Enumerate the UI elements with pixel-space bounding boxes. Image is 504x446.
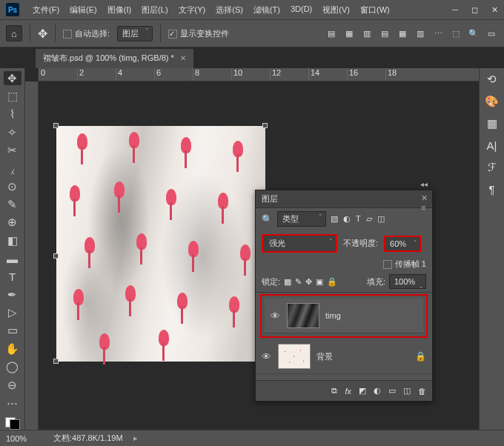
eyedropper-tool[interactable]: ⁁ <box>4 162 21 176</box>
tools-panel: ✥ ⬚ ⌇ ✧ ✂ ⁁ ⊙ ✎ ⊕ ◧ ▬ T ✒ ▷ ▭ ✋ ◯ ⊖ ⋯ <box>0 68 25 430</box>
crop-tool[interactable]: ✂ <box>4 143 21 157</box>
menu-select[interactable]: 选择(S) <box>211 1 248 19</box>
doc-info-chevron-icon[interactable]: ▸ <box>133 433 138 443</box>
autoselect-checkbox[interactable]: 自动选择: <box>63 28 110 39</box>
delete-layer-icon[interactable]: 🗑 <box>418 387 426 396</box>
lock-pixels-icon[interactable]: ▩ <box>284 277 291 287</box>
panel-collapse-icon[interactable]: ◂◂ <box>420 180 428 188</box>
transform-handle[interactable] <box>53 123 59 128</box>
canvas[interactable] <box>56 126 265 362</box>
transform-handle[interactable] <box>262 123 268 128</box>
layer-filter-dropdown[interactable]: 类型 <box>277 211 326 227</box>
new-layer-icon[interactable]: ◫ <box>403 386 411 396</box>
visibility-icon[interactable]: 👁 <box>262 351 272 362</box>
layer-thumbnail[interactable] <box>287 303 319 328</box>
close-tab-icon[interactable]: ✕ <box>180 54 186 62</box>
path-tool[interactable]: ▷ <box>4 305 21 319</box>
wand-tool[interactable]: ✧ <box>4 125 21 139</box>
fill-dropdown[interactable]: 100% <box>389 274 426 289</box>
opacity-dropdown[interactable]: 60% <box>384 236 421 252</box>
gradient-tool[interactable]: ▬ <box>4 251 21 265</box>
marquee-tool[interactable]: ⬚ <box>4 89 21 103</box>
stamp-tool[interactable]: ⊕ <box>4 216 21 230</box>
layers-panel-header[interactable]: ◂◂ 图层 ✕≡ <box>256 190 432 208</box>
filter-shape-icon[interactable]: ▱ <box>366 214 372 224</box>
doc-info[interactable]: 文档:487.8K/1.19M <box>53 433 123 444</box>
menu-edit[interactable]: 编辑(E) <box>65 1 102 19</box>
maximize-icon[interactable]: ◻ <box>471 5 478 15</box>
brush-tool[interactable]: ✎ <box>4 197 21 211</box>
show-transform-checkbox[interactable]: 显示变换控件 <box>168 28 229 39</box>
lasso-tool[interactable]: ⌇ <box>4 107 21 122</box>
home-icon[interactable]: ⌂ <box>6 25 22 41</box>
lock-move-icon[interactable]: ✥ <box>305 277 312 287</box>
zoom-tool[interactable]: ⊖ <box>4 378 21 392</box>
minimize-icon[interactable]: ─ <box>452 5 458 15</box>
distribute-icon[interactable]: ⋯ <box>431 27 445 40</box>
transform-handle[interactable] <box>53 253 59 259</box>
filter-pixel-icon[interactable]: ▧ <box>331 214 338 224</box>
lock-position-icon[interactable]: ✎ <box>295 277 302 287</box>
move-tool[interactable]: ✥ <box>4 71 21 85</box>
propagate-row: 传播帧 1 <box>256 257 432 271</box>
blend-mode-dropdown[interactable]: 强光 <box>262 234 337 253</box>
search-icon[interactable]: 🔍 <box>467 27 480 40</box>
menu-image[interactable]: 图像(I) <box>103 1 136 19</box>
layer-thumbnail[interactable] <box>278 344 311 369</box>
eraser-tool[interactable]: ◧ <box>4 233 21 247</box>
pen-tool[interactable]: ✒ <box>4 287 21 302</box>
align-right-icon[interactable]: ▥ <box>360 27 374 40</box>
menu-layer[interactable]: 图层(L) <box>137 1 172 19</box>
autoselect-target-dropdown[interactable]: 图层 <box>117 26 153 41</box>
shape-tool[interactable]: ▭ <box>4 324 21 338</box>
main-menu: 文件(F) 编辑(E) 图像(I) 图层(L) 文字(Y) 选择(S) 滤镜(T… <box>28 1 394 19</box>
align-bottom-icon[interactable]: ▥ <box>414 27 427 40</box>
menu-view[interactable]: 视图(V) <box>318 1 354 19</box>
layer-row[interactable]: 👁 timg <box>265 299 423 333</box>
group-icon[interactable]: ▭ <box>388 386 396 396</box>
align-center-icon[interactable]: ▦ <box>342 27 356 40</box>
align-top-icon[interactable]: ▤ <box>378 27 391 40</box>
menu-type[interactable]: 文字(Y) <box>174 1 210 19</box>
menu-filter[interactable]: 滤镜(T) <box>249 1 285 19</box>
document-tab[interactable]: 褶皱布.psd @ 100% (timg, RGB/8) * ✕ <box>36 49 193 68</box>
menu-window[interactable]: 窗口(W) <box>356 1 394 19</box>
hand-tool[interactable]: ✋ <box>4 342 21 356</box>
panel-icon[interactable]: ▭ <box>485 27 498 40</box>
link-layers-icon[interactable]: ⧉ <box>331 386 337 396</box>
adjustment-layer-icon[interactable]: ◐ <box>374 386 381 396</box>
propagate-checkbox[interactable]: 传播帧 1 <box>383 259 426 270</box>
close-icon[interactable]: ✕ <box>491 5 498 15</box>
heal-tool[interactable]: ⊙ <box>4 179 21 193</box>
zoom-level[interactable]: 100% <box>6 434 43 443</box>
layer-row[interactable]: 👁 背景 🔒 <box>256 339 432 374</box>
color-swatch[interactable] <box>5 417 20 430</box>
ellipse-tool[interactable]: ◯ <box>4 360 21 374</box>
layers-panel-menu-icon[interactable]: ✕≡ <box>421 193 428 212</box>
layer-name[interactable]: timg <box>325 311 341 320</box>
filter-adjust-icon[interactable]: ◐ <box>343 214 351 224</box>
3d-mode-icon[interactable]: ⬚ <box>449 27 462 40</box>
color-panel-icon[interactable]: 🎨 <box>485 95 499 108</box>
visibility-icon[interactable]: 👁 <box>271 310 281 322</box>
filter-type-icon[interactable]: T <box>356 214 361 224</box>
history-panel-icon[interactable]: ⟲ <box>487 73 497 86</box>
transform-handle[interactable] <box>53 359 59 364</box>
menu-file[interactable]: 文件(F) <box>28 1 64 19</box>
align-mid-icon[interactable]: ▦ <box>396 27 409 40</box>
character-panel-icon[interactable]: A| <box>487 139 497 152</box>
lock-label: 锁定: <box>262 276 280 287</box>
menu-3d[interactable]: 3D(D) <box>286 1 316 19</box>
more-tool[interactable]: ⋯ <box>4 396 21 410</box>
lock-all-icon[interactable]: 🔒 <box>327 277 337 287</box>
styles-panel-icon[interactable]: ¶ <box>488 183 494 196</box>
layer-mask-icon[interactable]: ◩ <box>359 386 366 396</box>
filter-smart-icon[interactable]: ◫ <box>377 214 385 224</box>
align-left-icon[interactable]: ▤ <box>325 27 338 40</box>
swatches-panel-icon[interactable]: ▦ <box>487 117 497 130</box>
layer-name[interactable]: 背景 <box>316 351 333 362</box>
type-tool[interactable]: T <box>4 270 21 284</box>
layer-fx-icon[interactable]: fx <box>345 387 351 396</box>
paragraph-panel-icon[interactable]: ℱ <box>488 161 497 174</box>
lock-artboard-icon[interactable]: ▣ <box>316 277 323 287</box>
